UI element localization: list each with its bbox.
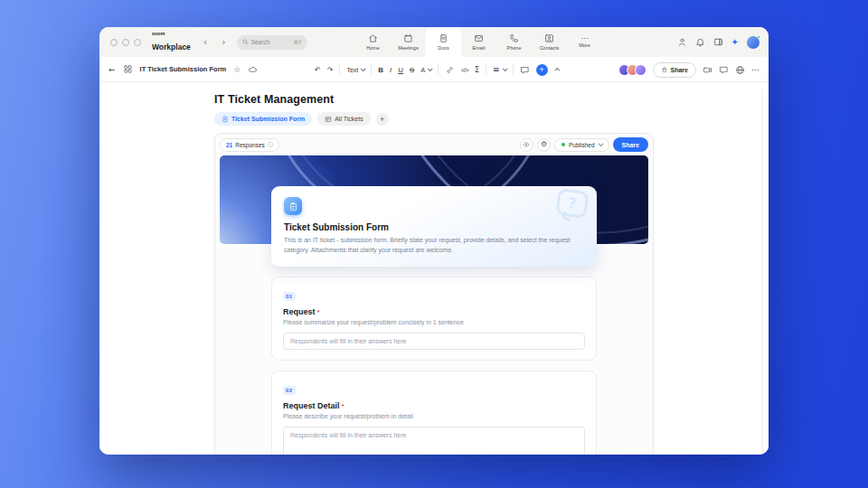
video-camera-icon[interactable]: [703, 65, 712, 75]
search-input[interactable]: Search ⌘F: [237, 35, 307, 50]
link-icon[interactable]: [445, 65, 455, 75]
table-icon: [325, 116, 332, 123]
published-status-dot: [561, 143, 565, 146]
question-label: Request*: [283, 307, 585, 316]
responses-count: 21: [226, 142, 232, 148]
question-bubble-decoration: ?: [555, 188, 590, 219]
globe-icon[interactable]: [735, 65, 745, 75]
undo-icon[interactable]: ↶: [315, 66, 321, 74]
more-icon: ⋯: [581, 36, 589, 41]
toolbar-separator: [486, 64, 486, 75]
nav-item-meetings[interactable]: Meetings: [391, 27, 426, 57]
document-canvas: IT Ticket Management Ticket Submission F…: [99, 82, 769, 455]
form-doc-icon: [222, 116, 229, 123]
question-label: Request Detail*: [283, 401, 585, 410]
app-logo: zoom Workplace: [152, 32, 191, 52]
more-options-icon[interactable]: ⋯: [751, 65, 760, 74]
publish-status-dropdown[interactable]: Published: [554, 138, 609, 152]
publish-status-label: Published: [569, 142, 595, 148]
form-description: This is an IT ticket - submission form. …: [284, 236, 572, 255]
toolbar-separator: [339, 64, 340, 75]
nav-item-home[interactable]: Home: [355, 27, 391, 57]
phone-icon: [509, 33, 519, 43]
question-hint: Please describe your request/problem in …: [283, 413, 585, 419]
contacts-icon: [544, 33, 554, 43]
tab-all-tickets[interactable]: All Tickets: [317, 112, 371, 126]
chevron-down-icon: [598, 141, 603, 146]
clipboard-icon: [284, 197, 302, 215]
home-icon: [368, 33, 378, 43]
answer-input[interactable]: [283, 333, 585, 350]
chat-icon[interactable]: [719, 65, 729, 75]
form-settings-button[interactable]: ⚙: [537, 138, 551, 152]
apps-grid-icon[interactable]: [123, 64, 133, 74]
collaborator-avatar[interactable]: [635, 64, 646, 76]
responses-button[interactable]: 21 Responses ⓘ: [220, 138, 279, 152]
search-shortcut: ⌘F: [293, 39, 301, 45]
gear-icon: ⚙: [541, 141, 547, 148]
add-tab-button[interactable]: +: [376, 113, 389, 126]
window-minimize-button[interactable]: [122, 39, 129, 46]
nav-item-more[interactable]: ⋯ More: [567, 27, 602, 57]
back-button[interactable]: ←: [108, 65, 116, 74]
underline-button[interactable]: U: [398, 66, 403, 74]
preview-button[interactable]: [520, 138, 533, 152]
text-style-dropdown[interactable]: Text: [346, 67, 364, 73]
comment-icon[interactable]: [520, 65, 530, 75]
question-hint: Please summarize your request/problem co…: [283, 319, 585, 325]
collapse-toolbar-icon[interactable]: [554, 68, 560, 73]
toolbar-separator: [438, 64, 439, 75]
form-title: Ticket Submission Form: [284, 222, 584, 232]
nav-item-contacts[interactable]: Contacts: [532, 27, 567, 57]
question-number-badge: 01: [283, 292, 296, 301]
back-nav-icon[interactable]: ‹: [203, 37, 207, 47]
insert-plus-button[interactable]: +: [536, 64, 548, 76]
italic-button[interactable]: I: [390, 66, 392, 74]
text-color-dropdown[interactable]: A: [420, 67, 431, 73]
question-card-2: 02 Request Detail* Please describe your …: [271, 371, 597, 455]
scrollbar-track[interactable]: [762, 89, 763, 455]
code-icon[interactable]: </>: [461, 67, 468, 73]
forward-nav-icon[interactable]: ›: [222, 37, 225, 47]
app-logo-zoom: zoom: [152, 32, 191, 37]
answer-textarea[interactable]: [283, 427, 585, 455]
redo-icon[interactable]: ↷: [327, 66, 334, 74]
eye-icon: [523, 141, 530, 148]
app-logo-workplace: Workplace: [152, 42, 191, 52]
formula-sigma-icon[interactable]: Σ: [475, 66, 479, 74]
align-dropdown[interactable]: ≡: [493, 65, 506, 74]
window-maximize-button[interactable]: [134, 39, 141, 46]
user-avatar[interactable]: [747, 36, 760, 49]
ai-sparkle-icon[interactable]: ✦: [731, 37, 739, 47]
required-asterisk: *: [342, 402, 344, 410]
sidebar-toggle-icon[interactable]: [713, 37, 723, 47]
page-title: IT Ticket Management: [214, 82, 654, 106]
share-button[interactable]: Share: [653, 62, 696, 78]
nav-item-email[interactable]: Email: [461, 27, 496, 57]
chevron-down-icon: [361, 66, 366, 71]
tab-ticket-submission-form[interactable]: Ticket Submission Form: [214, 112, 312, 126]
toolbar-separator: [513, 64, 514, 75]
docs-icon: [439, 33, 448, 43]
lock-icon: [661, 66, 668, 73]
window-close-button[interactable]: [110, 39, 118, 46]
favorite-star-icon[interactable]: ☆: [233, 65, 241, 74]
app-window: zoom Workplace ‹ › Search ⌘F Home Meetin…: [99, 27, 769, 455]
question-number-badge: 02: [283, 386, 296, 395]
profile-icon[interactable]: [677, 37, 687, 47]
chevron-down-icon: [428, 66, 433, 71]
strikethrough-button[interactable]: S: [410, 66, 414, 74]
nav-item-docs[interactable]: Docs: [426, 27, 461, 57]
nav-item-phone[interactable]: Phone: [496, 27, 532, 57]
bold-button[interactable]: B: [378, 66, 383, 74]
email-icon: [474, 33, 484, 43]
form-block-panel: 21 Responses ⓘ ⚙ Published: [214, 133, 654, 455]
info-icon: ⓘ: [268, 141, 274, 149]
document-tabs: Ticket Submission Form All Tickets +: [214, 112, 654, 126]
main-nav: Home Meetings Docs Email Phone Contacts: [355, 27, 602, 57]
form-share-button[interactable]: Share: [613, 137, 648, 152]
chevron-down-icon: [502, 66, 507, 71]
toolbar-separator: [371, 64, 372, 75]
notifications-bell-icon[interactable]: [695, 37, 705, 47]
status-dot: [757, 35, 761, 40]
